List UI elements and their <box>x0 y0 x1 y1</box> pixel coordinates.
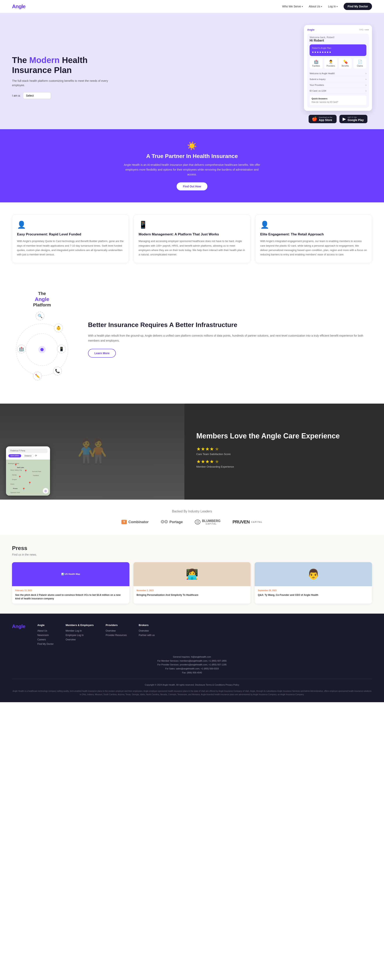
chevron-icon: ▾ <box>302 5 303 8</box>
footer-brand: Angle <box>12 624 25 647</box>
phone-menu: Welcome to Angle Health!› Submit a Inqui… <box>310 71 366 94</box>
footer-link-provider-resources[interactable]: Provider Resources <box>105 634 127 636</box>
mobile-icon: 📱 <box>57 345 66 353</box>
press-date-1: February 13, 2023 <box>15 589 126 592</box>
members-content: Members Love the Angle Care Experience ★… <box>185 404 384 500</box>
platform-text: Better Insurance Requires A Better Infra… <box>88 321 372 358</box>
nav-log-in[interactable]: Log In ▾ <box>328 5 338 8</box>
location-button[interactable]: ◎ <box>43 488 48 493</box>
press-date-2: November 2, 2023 <box>137 589 248 592</box>
footer-col-members: Members & Employers Member Log In Employ… <box>65 624 94 647</box>
hero-text: The Modern Health Insurance Plan The ful… <box>12 55 112 99</box>
onboarding-rating: ★★★★★ Member Onboarding Experience <box>196 459 372 468</box>
app-store-badges: 🍎 Download on the App Store ▶ GET IT ON … <box>304 111 372 129</box>
phone-card: Robert's Angle Plan ● ● ● ● ● ● ● ● <box>310 45 366 56</box>
pencil-icon: ✏️ <box>33 372 42 380</box>
members-photo-area: 🧑‍🤝‍🧑 Federica F Pena Specialties Distan… <box>0 404 185 500</box>
care-label: Care Team Satisfaction Score <box>196 453 372 456</box>
map-pin: 📍 <box>28 482 32 485</box>
footer-link-careers[interactable]: Careers <box>37 638 54 641</box>
pruven-logo: PRUVEN CAPITAL <box>233 519 262 525</box>
find-doctor-button[interactable]: Find My Doctor <box>344 3 372 10</box>
footer-link-about[interactable]: About Us <box>37 629 54 632</box>
press-card-3: 👨 September 29, 2023 Q&A: Ty Wang, Co-Fo… <box>255 562 372 604</box>
footer-link-find-doctor[interactable]: Find My Doctor <box>37 643 54 645</box>
footer-link-member-login[interactable]: Member Log In <box>65 629 94 632</box>
card-title: Modern Management: A Platform That Just … <box>139 232 245 237</box>
orbit-item: 🔍 <box>36 312 45 320</box>
hero-title: The Modern Health Insurance Plan <box>12 55 112 75</box>
footer-copyright: Copyright © 2024 Angle Health. All right… <box>12 683 372 687</box>
footer-contact: General Inquiries: hi@anglehealth.com Fo… <box>12 655 372 675</box>
footer-link-providers-overview[interactable]: Overview <box>105 629 127 632</box>
platform-section: The Angle Platform 🔍 👶 📱 📞 <box>0 275 384 404</box>
hero-select-row: I am a: Select Employer Broker Member Pr… <box>12 92 112 99</box>
diagram-orbit: 🔍 👶 📱 📞 ✏️ 🏥 <box>14 312 70 388</box>
phone-quick-actions: 🏥 Facilities 👨‍⚕️ Providers 💊 Benefits 📄… <box>310 58 366 68</box>
hero-subtitle: The full-stack health platform customizi… <box>12 79 112 88</box>
phone-icon: 📞 <box>53 367 62 375</box>
members-section: 🧑‍🤝‍🧑 Federica F Pena Specialties Distan… <box>0 404 384 500</box>
platform-heading: Better Insurance Requires A Better Infra… <box>88 321 372 329</box>
press-section: Press Find us in the news. 📊 US Health M… <box>0 535 384 614</box>
map-area: 📍 📍 📍 📍 📍 Antelope Island Salt Lake West… <box>6 460 50 496</box>
find-out-how-button[interactable]: Find Out How <box>177 182 207 190</box>
partner-subtitle: Angle Health is an AI-enabled health ins… <box>122 162 262 177</box>
nav-links: Who We Serve ▾ About Us ▾ Log In ▾ Find … <box>282 3 372 10</box>
footer-col-brokers: Brokers Overview Partner with us <box>139 624 155 647</box>
footer-col-providers: Providers Overview Provider Resources <box>105 624 127 647</box>
specialties-tag: Specialties <box>8 454 21 457</box>
platform-description: With a health plan rebuilt from the grou… <box>88 333 372 343</box>
footer-link-partner-with-us[interactable]: Partner with us <box>139 634 155 636</box>
map-pin: 📍 <box>22 488 25 491</box>
claims-item: 📄 Claims <box>354 58 366 68</box>
footer-link-employer-login[interactable]: Employee Log In <box>65 634 94 636</box>
backed-title: Backed By Industry Leaders <box>12 510 372 513</box>
phone-menu-item: Your Providers› <box>310 82 366 88</box>
card-text: Managing and accessing employer sponsore… <box>139 239 245 256</box>
i-am-a-label: I am a: <box>12 94 21 97</box>
navbar: Angle Who We Serve ▾ About Us ▾ Log In ▾… <box>0 0 384 13</box>
members-title: Members Love the Angle Care Experience <box>196 431 372 440</box>
chevron-icon: ▾ <box>321 5 322 8</box>
blumberg-capital-logo: ⬡ BLUMBERG CAPITAL <box>195 519 220 525</box>
orbit-item: 📱 <box>57 345 66 353</box>
card-text: With Angle's integrated engagement progr… <box>260 239 367 256</box>
nav-about-us[interactable]: About Us ▾ <box>309 5 322 8</box>
press-subtitle: Find us in the news. <box>12 553 372 556</box>
portage-logo: ❂❂ Portage <box>161 519 183 525</box>
phone-menu-item: Submit a Inquiry› <box>310 76 366 82</box>
partner-section: ☀️ A True Partner In Health Insurance An… <box>0 129 384 202</box>
card-title: Easy Procurement: Rapid Level Funded <box>17 232 124 237</box>
phone-menu-item: ID Card: xx-1234› <box>310 88 366 94</box>
logo[interactable]: Angle <box>12 3 25 10</box>
providers-item: 👨‍⚕️ Providers <box>324 58 337 68</box>
orbit-item: ✏️ <box>33 372 42 380</box>
footer-columns: Angle Angle About Us Newsroom Careers Fi… <box>12 624 372 647</box>
google-play-icon: ▶ <box>343 116 346 122</box>
map-phone-mockup: Federica F Pena Specialties Distance ⟳ 📍… <box>6 446 50 496</box>
app-store-badge[interactable]: 🍎 Download on the App Store <box>309 115 336 123</box>
engagement-icon: 👤 <box>260 221 367 229</box>
care-stars: ★★★★★ <box>196 446 372 452</box>
feature-card-procurement: 👤 Easy Procurement: Rapid Level Funded W… <box>12 215 129 263</box>
role-select[interactable]: Select Employer Broker Member Provider <box>23 92 51 99</box>
onboarding-stars: ★★★★★ <box>196 459 372 465</box>
footer-link-brokers-overview[interactable]: Overview <box>139 629 155 632</box>
press-image-3: 👨 <box>255 562 372 586</box>
press-cards: 📊 US Health Map February 13, 2023 See th… <box>12 562 372 604</box>
y-combinator-logo: Y Combinator <box>121 520 148 524</box>
refresh-icon: ⟳ <box>35 454 37 457</box>
footer-link-members-overview[interactable]: Overview <box>65 638 94 641</box>
google-play-badge[interactable]: ▶ GET IT ON Google Play <box>339 115 367 123</box>
nav-who-we-serve[interactable]: Who We Serve ▾ <box>282 5 303 8</box>
map-pin-selected: 📍 <box>18 476 21 479</box>
learn-more-button[interactable]: Learn More <box>88 349 116 358</box>
feature-cards-grid: 👤 Easy Procurement: Rapid Level Funded W… <box>12 215 372 263</box>
onboarding-label: Member Onboarding Experience <box>196 465 372 468</box>
footer-link-newsroom[interactable]: Newsroom <box>37 634 54 636</box>
press-card-1: 📊 US Health Map February 13, 2023 See th… <box>12 562 129 604</box>
footer-col-angle: Angle About Us Newsroom Careers Find My … <box>37 624 54 647</box>
card-text: With Angle's proprietary Quote to Card t… <box>17 239 124 256</box>
svg-point-3 <box>40 348 44 351</box>
